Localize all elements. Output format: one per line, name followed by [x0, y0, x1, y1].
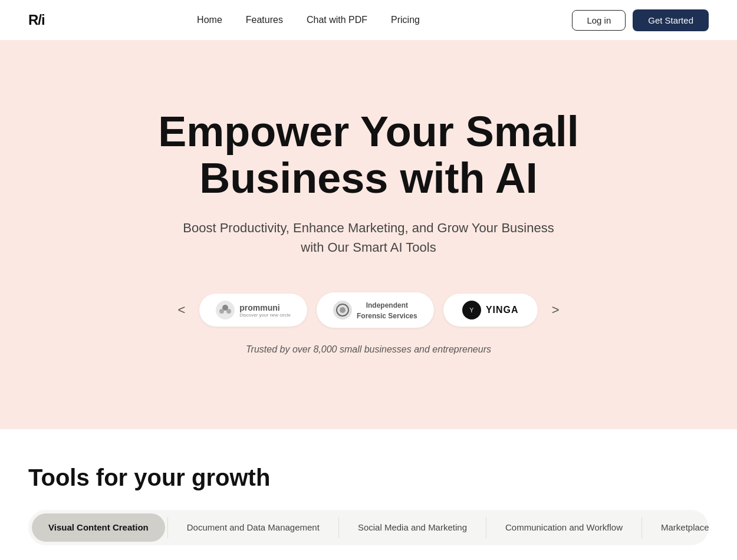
navbar: R/i Home Features Chat with PDF Pricing …: [0, 0, 737, 40]
svg-point-2: [226, 309, 231, 314]
logo-yinga: Y YINGA: [443, 294, 538, 327]
tab-marketplaces[interactable]: Marketplaces and Listings: [644, 513, 709, 542]
tab-divider-4: [641, 517, 642, 538]
prommuni-icon: [216, 301, 235, 319]
ifs-icon: [333, 301, 352, 319]
hero-section: Empower Your Small Business with AI Boos…: [0, 40, 737, 429]
tab-divider-3: [486, 517, 486, 538]
login-button[interactable]: Log in: [572, 10, 626, 31]
nav-chat-with-pdf[interactable]: Chat with PDF: [307, 15, 367, 25]
tab-divider-2: [338, 517, 339, 538]
tools-section: Tools for your growth Visual Content Cre…: [0, 429, 737, 545]
trusted-text: Trusted by over 8,000 small businesses a…: [246, 344, 491, 355]
tab-social-media[interactable]: Social Media and Marketing: [341, 513, 483, 542]
prommuni-text: prommuni Discover your new circle: [239, 303, 291, 318]
carousel-prev[interactable]: <: [173, 302, 190, 318]
logo-ifs: IndependentForensic Services: [317, 292, 434, 328]
logo: R/i: [28, 12, 45, 28]
tools-title: Tools for your growth: [28, 465, 709, 491]
yinga-icon: Y: [462, 301, 481, 319]
get-started-button[interactable]: Get Started: [633, 9, 709, 31]
tab-communication[interactable]: Communication and Workflow: [489, 513, 639, 542]
svg-point-1: [219, 309, 224, 314]
nav-home[interactable]: Home: [197, 15, 222, 25]
carousel-next[interactable]: >: [547, 302, 564, 318]
yinga-text: YINGA: [486, 305, 519, 315]
nav-links: Home Features Chat with PDF Pricing: [197, 15, 420, 25]
logo-prommuni: prommuni Discover your new circle: [199, 294, 307, 327]
hero-title: Empower Your Small Business with AI: [133, 108, 604, 202]
tab-divider-1: [167, 517, 168, 538]
tools-tabs: Visual Content Creation Document and Dat…: [28, 510, 709, 545]
logo-carousel: < prommuni Discover your new circle: [173, 292, 564, 328]
svg-point-4: [340, 307, 346, 313]
logo-text: R/i: [28, 12, 45, 28]
nav-actions: Log in Get Started: [572, 9, 709, 31]
hero-subtitle: Boost Productivity, Enhance Marketing, a…: [180, 218, 557, 257]
ifs-text: IndependentForensic Services: [357, 299, 417, 321]
nav-features[interactable]: Features: [246, 15, 283, 25]
tab-document-data[interactable]: Document and Data Management: [170, 513, 336, 542]
bottom-spacer: [0, 545, 737, 561]
nav-pricing[interactable]: Pricing: [391, 15, 420, 25]
tab-visual-content[interactable]: Visual Content Creation: [32, 513, 165, 542]
